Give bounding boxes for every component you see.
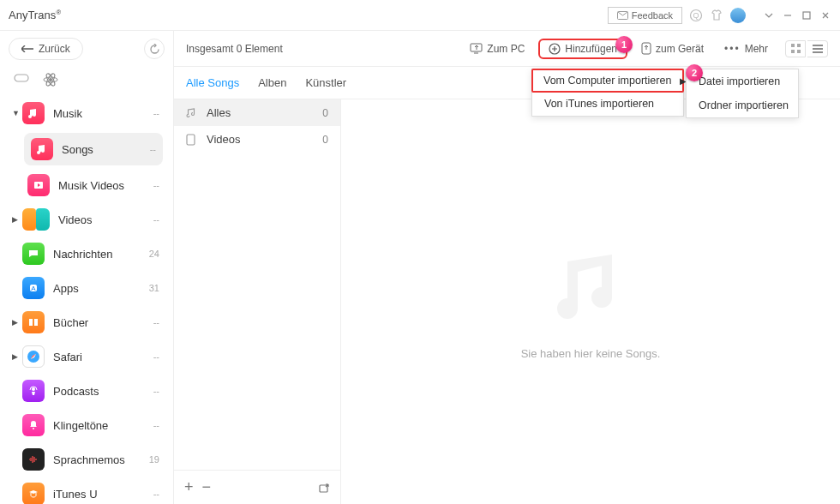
more-button[interactable]: ••• Mehr	[717, 39, 775, 58]
category-label: Alles	[207, 106, 322, 119]
device-outline-icon	[186, 134, 200, 146]
tab-kuenstler[interactable]: Künstler	[305, 73, 346, 93]
dots-icon: •••	[724, 43, 741, 55]
books-icon	[22, 311, 45, 333]
tab-alle-songs[interactable]: Alle Songs	[186, 73, 239, 93]
back-label: Zurück	[39, 43, 70, 55]
sidebar-item-label: Musik	[53, 107, 153, 120]
shirt-icon[interactable]	[710, 9, 723, 22]
menu-item-ordner-importieren[interactable]: Ordner importieren	[687, 93, 798, 117]
atom-icon[interactable]	[43, 72, 58, 87]
sidebar-item-count: --	[153, 180, 159, 190]
sidebar-item-label: Songs	[62, 143, 150, 156]
sidebar-item-label: Apps	[53, 282, 149, 295]
feedback-button[interactable]: Feedback	[608, 7, 682, 24]
svg-point-16	[32, 387, 35, 391]
sidebar-item-count: 31	[149, 283, 159, 293]
export-icon	[318, 482, 330, 494]
category-label: Videos	[207, 133, 322, 146]
sidebar-item-count: --	[153, 420, 159, 430]
bell-icon	[22, 414, 45, 436]
svg-text:A: A	[31, 285, 36, 292]
sidebar-item-count: --	[153, 489, 159, 499]
voice-icon	[22, 448, 45, 471]
list-icon	[813, 45, 823, 53]
avatar[interactable]	[730, 8, 746, 23]
svg-rect-14	[34, 319, 38, 326]
sidebar-item-safari[interactable]: ▶ Safari --	[0, 339, 173, 374]
sidebar-item-sprachmemos[interactable]: Sprachmemos 19	[0, 442, 173, 477]
sidebar-item-label: Klingeltöne	[53, 419, 153, 432]
sidebar-item-musik[interactable]: ▼ Musik --	[0, 96, 173, 130]
help-icon[interactable]: Q	[689, 9, 703, 22]
sidebar-item-label: Podcasts	[53, 385, 153, 398]
summary-text: Insgesamt 0 Element	[186, 43, 463, 55]
svg-rect-5	[15, 75, 28, 81]
maximize-button[interactable]	[801, 9, 813, 21]
podcast-icon	[22, 380, 45, 402]
menu-item-von-itunes[interactable]: Von iTunes importieren	[532, 92, 683, 116]
grid-view-button[interactable]	[785, 40, 806, 57]
svg-rect-22	[791, 44, 795, 47]
sidebar-item-label: Nachrichten	[53, 248, 149, 261]
note-outline-icon	[186, 107, 200, 118]
svg-text:Q: Q	[693, 11, 699, 20]
empty-music-icon	[548, 244, 633, 330]
more-label: Mehr	[745, 43, 768, 55]
empty-state: Sie haben hier keine Songs.	[341, 99, 840, 504]
add-label: Hinzufügen	[565, 43, 617, 55]
device-icon	[641, 42, 651, 55]
music-icon	[22, 102, 45, 124]
tab-alben[interactable]: Alben	[258, 73, 286, 93]
close-button[interactable]	[819, 9, 831, 21]
chevron-down-icon: ▼	[12, 109, 21, 117]
sidebar-item-songs[interactable]: Songs --	[0, 130, 173, 168]
category-alles[interactable]: Alles 0	[174, 99, 340, 126]
plus-button[interactable]: +	[184, 478, 194, 496]
to-pc-button[interactable]: Zum PC	[463, 39, 531, 58]
svg-rect-13	[29, 319, 33, 326]
chevron-down-icon[interactable]	[763, 9, 775, 21]
chevron-right-icon: ▶	[12, 215, 21, 224]
menu-item-label: Von iTunes importieren	[544, 98, 654, 110]
sidebar-item-buecher[interactable]: ▶ Bücher --	[0, 305, 173, 339]
sidebar-item-count: 19	[149, 454, 159, 465]
sync-button[interactable]	[144, 39, 165, 59]
svg-point-17	[33, 428, 34, 429]
sidebar-item-count: --	[153, 214, 159, 225]
sidebar-item-podcasts[interactable]: Podcasts --	[0, 374, 173, 408]
songs-icon	[31, 138, 53, 160]
app-title: AnyTrans®	[9, 9, 61, 21]
sidebar-item-videos[interactable]: ▶ Videos --	[0, 202, 173, 237]
minus-button[interactable]: −	[202, 478, 212, 496]
sidebar-item-label: iTunes U	[53, 488, 153, 501]
sidebar-item-apps[interactable]: A Apps 31	[0, 271, 173, 305]
sidebar-item-klingeltoene[interactable]: Klingeltöne --	[0, 408, 173, 442]
add-button[interactable]: Hinzufügen	[538, 39, 627, 59]
import-submenu: Datei importieren Ordner importieren	[686, 69, 799, 118]
video-icon-2	[36, 208, 50, 231]
menu-item-label: Ordner importieren	[699, 99, 789, 111]
menu-item-vom-computer[interactable]: Vom Computer importieren ▶	[531, 69, 684, 93]
category-videos[interactable]: Videos 0	[174, 126, 340, 153]
svg-rect-24	[791, 50, 795, 53]
sidebar: Zurück ▼ Musik -- Songs --	[0, 31, 174, 504]
back-button[interactable]: Zurück	[9, 38, 83, 60]
plus-circle-icon	[549, 43, 561, 55]
sidebar-item-count: --	[153, 108, 159, 118]
sidebar-item-count: --	[153, 386, 159, 396]
list-view-button[interactable]	[807, 40, 828, 57]
minimize-button[interactable]	[782, 9, 794, 21]
chevron-right-icon: ▶	[12, 318, 21, 327]
to-device-button[interactable]: zum Gerät	[634, 39, 711, 58]
sidebar-item-musik-videos[interactable]: Musik Videos --	[0, 168, 173, 202]
sidebar-item-nachrichten[interactable]: Nachrichten 24	[0, 237, 173, 271]
menu-item-datei-importieren[interactable]: Datei importieren	[687, 69, 798, 93]
export-button[interactable]	[318, 482, 330, 494]
sidebar-item-itunes-u[interactable]: iTunes U --	[0, 477, 173, 504]
controller-icon[interactable]	[14, 72, 29, 87]
sidebar-item-count: --	[150, 144, 156, 154]
chevron-right-icon: ▶	[671, 76, 687, 86]
video-icon	[22, 208, 36, 231]
to-pc-label: Zum PC	[487, 43, 525, 55]
